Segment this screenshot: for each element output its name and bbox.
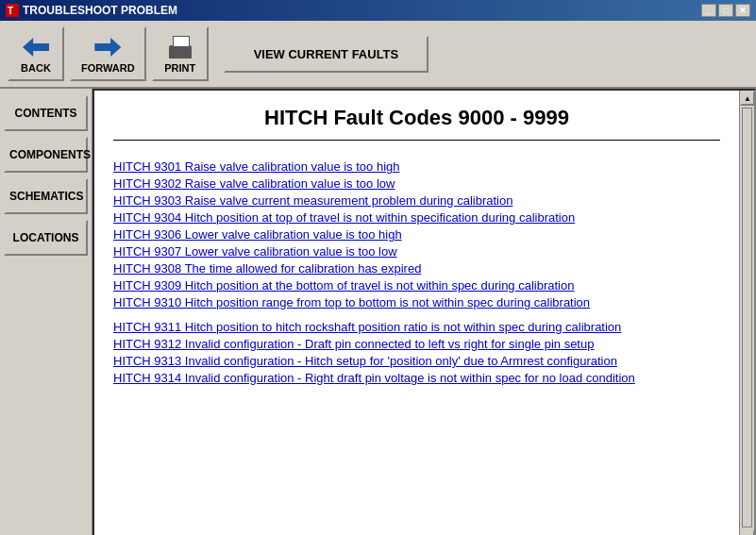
forward-icon bbox=[92, 34, 123, 60]
fault-link-HITCH-9304[interactable]: HITCH 9304 Hitch position at top of trav… bbox=[113, 210, 720, 225]
title-bar: T TROUBLESHOOT PROBLEM _ □ ✕ bbox=[0, 0, 756, 21]
scrollbar-thumb[interactable] bbox=[742, 108, 752, 527]
sidebar-item-components[interactable]: COMPONENTS bbox=[4, 137, 88, 173]
fault-link-HITCH-9302[interactable]: HITCH 9302 Raise valve calibration value… bbox=[113, 176, 720, 191]
print-icon bbox=[165, 34, 195, 60]
page-title: HITCH Fault Codes 9000 - 9999 bbox=[113, 106, 720, 141]
back-icon bbox=[21, 34, 51, 60]
forward-button[interactable]: FORWARD bbox=[70, 26, 146, 81]
minimize-button[interactable]: _ bbox=[701, 4, 716, 17]
fault-link-HITCH-9313[interactable]: HITCH 9313 Invalid configuration - Hitch… bbox=[113, 354, 720, 368]
fault-link-HITCH-9307[interactable]: HITCH 9307 Lower valve calibration value… bbox=[113, 244, 720, 259]
forward-label: FORWARD bbox=[81, 62, 135, 74]
close-button[interactable]: ✕ bbox=[735, 4, 750, 17]
fault-link-HITCH-9308[interactable]: HITCH 9308 The time allowed for calibrat… bbox=[113, 261, 720, 276]
window-controls: _ □ ✕ bbox=[701, 4, 750, 17]
fault-link-HITCH-9312[interactable]: HITCH 9312 Invalid configuration - Draft… bbox=[113, 337, 720, 351]
maximize-button[interactable]: □ bbox=[718, 4, 733, 17]
title-bar-text: TROUBLESHOOT PROBLEM bbox=[23, 4, 177, 17]
sidebar: CONTENTS COMPONENTS SCHEMATICS LOCATIONS bbox=[0, 89, 92, 535]
fault-link-HITCH-9314[interactable]: HITCH 9314 Invalid configuration - Right… bbox=[113, 371, 720, 385]
view-faults-button[interactable]: VIEW CURRENT FAULTS bbox=[224, 36, 429, 73]
content-area: HITCH Fault Codes 9000 - 9999 HITCH 9301… bbox=[92, 89, 756, 535]
main-layout: CONTENTS COMPONENTS SCHEMATICS LOCATIONS… bbox=[0, 89, 756, 535]
fault-link-HITCH-9306[interactable]: HITCH 9306 Lower valve calibration value… bbox=[113, 227, 720, 242]
fault-list: HITCH 9301 Raise valve calibration value… bbox=[113, 159, 720, 385]
scroll-up-button[interactable]: ▲ bbox=[740, 91, 755, 106]
fault-link-HITCH-9311[interactable]: HITCH 9311 Hitch position to hitch rocks… bbox=[113, 320, 720, 334]
toolbar: BACK FORWARD PRINT VIEW CURRENT FAULTS bbox=[0, 21, 756, 89]
print-label: PRINT bbox=[164, 62, 195, 74]
scrollbar: ▲ ▼ bbox=[739, 91, 754, 535]
sidebar-item-locations[interactable]: LOCATIONS bbox=[4, 220, 88, 256]
fault-link-HITCH-9310[interactable]: HITCH 9310 Hitch position range from top… bbox=[113, 295, 720, 309]
content-scroll[interactable]: HITCH Fault Codes 9000 - 9999 HITCH 9301… bbox=[94, 91, 739, 535]
fault-link-HITCH-9301[interactable]: HITCH 9301 Raise valve calibration value… bbox=[113, 159, 720, 174]
app-icon: T bbox=[6, 4, 19, 17]
print-button[interactable]: PRINT bbox=[152, 26, 209, 81]
sidebar-item-schematics[interactable]: SCHEMATICS bbox=[4, 178, 88, 214]
svg-text:T: T bbox=[8, 6, 13, 16]
back-button[interactable]: BACK bbox=[8, 26, 64, 81]
sidebar-item-contents[interactable]: CONTENTS bbox=[4, 95, 88, 131]
fault-link-HITCH-9303[interactable]: HITCH 9303 Raise valve current measureme… bbox=[113, 193, 720, 208]
scroll-down-button[interactable]: ▼ bbox=[740, 529, 755, 535]
fault-link-HITCH-9309[interactable]: HITCH 9309 Hitch position at the bottom … bbox=[113, 278, 720, 293]
back-label: BACK bbox=[21, 62, 51, 74]
